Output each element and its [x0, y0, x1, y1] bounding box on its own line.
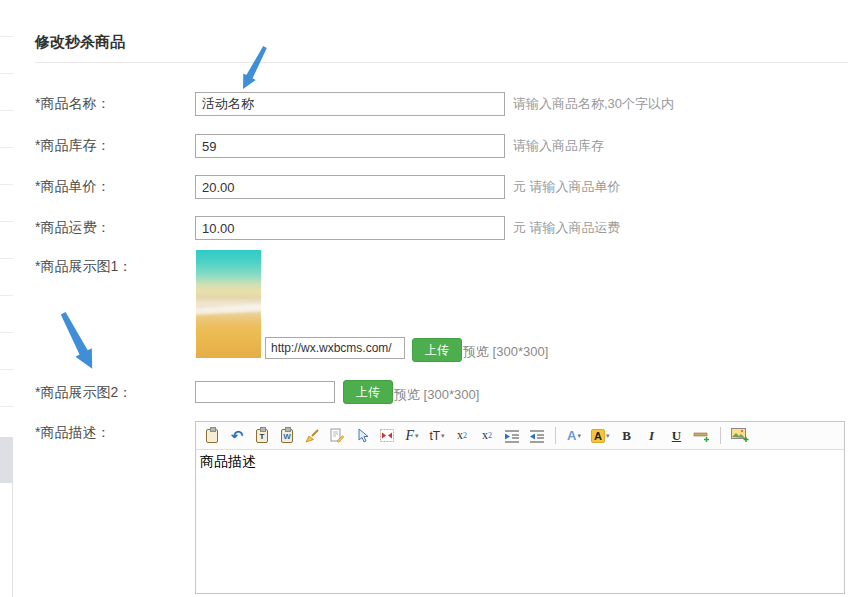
- undo-icon[interactable]: ↶: [229, 426, 245, 446]
- display-image1-url-input[interactable]: [265, 337, 405, 359]
- paste-as-text-icon[interactable]: T: [254, 426, 270, 446]
- row-product-stock: *商品库存： 请输入商品库存: [35, 134, 848, 158]
- page-title: 修改秒杀商品: [35, 33, 125, 52]
- font-size-icon[interactable]: tT▾: [429, 426, 445, 446]
- sidebar-edge: [0, 0, 13, 597]
- product-price-input[interactable]: [195, 175, 505, 199]
- display-image2-upload-button[interactable]: 上传: [343, 380, 393, 404]
- highlight-color-icon[interactable]: A▾: [591, 426, 609, 446]
- product-price-label: *商品单价：: [35, 178, 195, 196]
- product-stock-hint: 请输入商品库存: [513, 137, 604, 155]
- product-stock-input[interactable]: [195, 134, 505, 158]
- underline-icon[interactable]: U: [668, 426, 684, 446]
- italic-icon[interactable]: I: [643, 426, 659, 446]
- display-image1-preview-link[interactable]: 预览 [300*300]: [463, 343, 548, 361]
- format-brush-icon[interactable]: [304, 426, 320, 446]
- annotation-arrow-2: [48, 308, 110, 374]
- insert-image-icon[interactable]: [731, 426, 749, 446]
- superscript-icon[interactable]: x2: [479, 426, 495, 446]
- product-name-label: *商品名称：: [35, 95, 195, 113]
- edit-seckill-product-page: 修改秒杀商品 *商品名称： 请输入商品名称,30个字以内 *商品库存： 请输入商…: [0, 0, 848, 597]
- paste-from-word-icon[interactable]: W: [279, 426, 295, 446]
- display-image2-preview-link[interactable]: 预览 [300*300]: [394, 386, 479, 404]
- subscript-icon[interactable]: x2: [454, 426, 470, 446]
- row-product-price: *商品单价： 元 请输入商品单价: [35, 175, 848, 199]
- font-color-icon[interactable]: A▾: [566, 426, 582, 446]
- display-image1-label: *商品展示图1：: [35, 258, 132, 276]
- font-family-icon[interactable]: F▾: [404, 426, 420, 446]
- display-image2-label: *商品展示图2：: [35, 384, 132, 402]
- rich-text-editor: ↶ T W F▾ tT▾ x2 x2: [195, 421, 845, 594]
- paste-icon[interactable]: [204, 426, 220, 446]
- display-image1-thumbnail: [196, 250, 261, 358]
- product-description-label: *商品描述：: [35, 424, 110, 442]
- product-name-input[interactable]: [195, 92, 505, 116]
- product-shipping-hint: 元 请输入商品运费: [513, 219, 621, 237]
- indent-icon[interactable]: [504, 426, 520, 446]
- product-price-hint: 元 请输入商品单价: [513, 178, 621, 196]
- quick-format-icon[interactable]: [329, 426, 345, 446]
- sidebar-selected-item-edge: [0, 437, 13, 483]
- outdent-icon[interactable]: [529, 426, 545, 446]
- sidebar-item-separators: [0, 0, 13, 437]
- toolbar-separator: [720, 427, 721, 444]
- product-stock-label: *商品库存：: [35, 137, 195, 155]
- annotation-arrow-1: [233, 42, 273, 94]
- display-image2-url-input[interactable]: [195, 381, 335, 403]
- editor-content[interactable]: 商品描述: [196, 450, 844, 593]
- row-product-shipping: *商品运费： 元 请输入商品运费: [35, 216, 848, 240]
- display-image1-upload-button[interactable]: 上传: [412, 338, 462, 362]
- toolbar-separator: [555, 427, 556, 444]
- insert-hr-icon[interactable]: [693, 426, 710, 446]
- fit-content-icon[interactable]: [379, 426, 395, 446]
- product-shipping-input[interactable]: [195, 216, 505, 240]
- select-all-icon[interactable]: [354, 426, 370, 446]
- bold-icon[interactable]: B: [618, 426, 634, 446]
- product-name-hint: 请输入商品名称,30个字以内: [513, 95, 674, 113]
- product-shipping-label: *商品运费：: [35, 219, 195, 237]
- editor-toolbar: ↶ T W F▾ tT▾ x2 x2: [196, 422, 844, 450]
- row-product-name: *商品名称： 请输入商品名称,30个字以内: [35, 92, 848, 116]
- title-divider: [35, 62, 848, 63]
